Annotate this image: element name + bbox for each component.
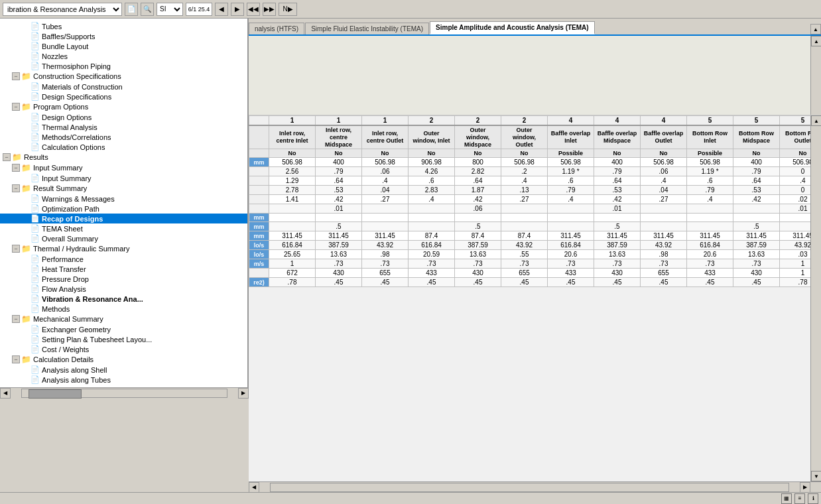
table-wrapper: 1112224445556Inlet row, centre InletInle…: [249, 115, 821, 481]
cell-8-1: 311.45: [316, 231, 362, 241]
tree-icon-overall-summary: 📄: [31, 234, 40, 243]
tree-item-heat-transfer[interactable]: 📄Heat Transfer: [0, 264, 247, 274]
table-scroll-right-btn[interactable]: ▶: [800, 482, 810, 493]
main-container: ibration & Resonance Analysis 📄 🔍 SI 6/1…: [0, 0, 821, 504]
tree-item-design-specs[interactable]: 📄Design Specifications: [0, 92, 247, 101]
tree-item-calculation-options[interactable]: 📄Calculation Options: [0, 142, 247, 152]
toolbar-btn-2[interactable]: 🔍: [141, 3, 154, 16]
tree-label-analysis-shell: Analysis along Shell: [42, 366, 107, 374]
expand-btn-input-summary-folder[interactable]: −: [12, 164, 20, 172]
tree-item-input-summary-folder[interactable]: −📁Input Summary: [0, 162, 247, 173]
tree-item-tubes[interactable]: 📄Tubes: [0, 21, 247, 31]
table-scroll-left-btn[interactable]: ◀: [249, 482, 259, 493]
tree-item-warnings-messages[interactable]: 📄Warnings & Messages: [0, 194, 247, 204]
list-icon[interactable]: ≡: [794, 493, 805, 504]
tree-icon-input-summary: 📄: [31, 174, 40, 182]
tree-label-calculation-details: Calculation Details: [33, 355, 94, 363]
tree-item-results[interactable]: −📁Results: [0, 152, 247, 162]
expand-btn-thermal-hydraulic-summary[interactable]: −: [12, 245, 20, 253]
expand-btn-mechanical-summary[interactable]: −: [12, 315, 20, 323]
cell-11-5: .73: [501, 259, 548, 269]
tree-scroll-left-btn[interactable]: ◀: [0, 388, 11, 399]
cell-13-5: .45: [501, 278, 548, 287]
analysis-dropdown[interactable]: ibration & Resonance Analysis: [3, 3, 122, 16]
tree-item-program-options[interactable]: −📁Program Options: [0, 101, 247, 112]
tree-icon-mechanical-summary: 📁: [21, 314, 31, 324]
tab-scroll-right-btn[interactable]: ▲: [810, 24, 821, 34]
preview-scroll-up-btn[interactable]: ▲: [811, 36, 821, 46]
tree-item-methods[interactable]: 📄Methods: [0, 304, 247, 314]
expand-btn-calculation-details[interactable]: −: [12, 355, 20, 363]
tree-h-thumb[interactable]: [29, 389, 82, 399]
tree-icon-vibration-resonance: 📄: [31, 294, 40, 303]
nav-n-btn[interactable]: N▶: [279, 3, 297, 16]
nav-back-back-btn[interactable]: ◀◀: [247, 3, 260, 16]
tree-item-nozzles[interactable]: 📄Nozzles: [0, 51, 247, 61]
nav-forward-forward-btn[interactable]: ▶▶: [263, 3, 276, 16]
h-scrollbar-track[interactable]: [270, 483, 789, 492]
tree-item-mechanical-summary[interactable]: −📁Mechanical Summary: [0, 314, 247, 324]
tree-icon-heat-transfer: 📄: [31, 265, 40, 273]
cell-13-0: .78: [269, 278, 316, 287]
tree-item-methods-correlations[interactable]: 📄Methods/Correlations: [0, 132, 247, 142]
tree-item-thermal-analysis[interactable]: 📄Thermal Analysis: [0, 122, 247, 132]
tree-item-overall-summary[interactable]: 📄Overall Summary: [0, 233, 247, 243]
tree-item-analysis-tubes[interactable]: 📄Analysis along Tubes: [0, 375, 247, 385]
tab-fluid-elastic[interactable]: Simple Fluid Elastic Instability (TEMA): [305, 23, 429, 34]
toolbar-btn-1[interactable]: 📄: [125, 3, 138, 16]
tree-icon-recap-of-designs: 📄: [31, 214, 40, 223]
tree-item-vibration-resonance[interactable]: 📄Vibration & Resonance Ana...: [0, 294, 247, 304]
tree-item-thermosiphon[interactable]: 📄Thermosiphon Piping: [0, 61, 247, 71]
tree-item-recap-of-designs[interactable]: 📄Recap of Designs: [0, 214, 247, 223]
tree-label-baffles-supports: Baffles/Supports: [42, 32, 95, 40]
table-row-0: mm506.98400506.98906.98800506.98506.9840…: [249, 158, 811, 167]
nav-back-btn[interactable]: ◀: [215, 3, 228, 16]
expand-btn-program-options[interactable]: −: [12, 103, 20, 111]
table-row-4: 1.41.42.27.4.42.27.4.42.27.4.42.021.4: [249, 195, 811, 204]
cell-6-3: [409, 214, 455, 222]
cell-11-3: .73: [409, 259, 455, 269]
table-scroll-down-btn[interactable]: ▼: [811, 471, 821, 481]
tree-item-result-summary-folder[interactable]: −📁Result Summary: [0, 183, 247, 194]
tab-amplitude-acoustic[interactable]: Simple Amplitude and Acoustic Analysis (…: [430, 21, 595, 34]
tree-item-input-summary[interactable]: 📄Input Summary: [0, 173, 247, 183]
tree-item-exchanger-geometry[interactable]: 📄Exchanger Geometry: [0, 324, 247, 334]
tree-label-setting-plan: Setting Plan & Tubesheet Layou...: [42, 336, 152, 344]
tree-item-setting-plan[interactable]: 📄Setting Plan & Tubesheet Layou...: [0, 334, 247, 344]
grid-icon[interactable]: ▦: [781, 493, 792, 504]
tree-item-design-options[interactable]: 📄Design Options: [0, 112, 247, 122]
tree-label-tema-sheet: TEMA Sheet: [42, 225, 83, 233]
tree-item-optimization-path[interactable]: 📄Optimization Path: [0, 204, 247, 214]
col-name-10: Bottom Row Inlet: [687, 125, 733, 149]
unit-dropdown[interactable]: SI: [157, 3, 183, 16]
tree-item-bundle-layout[interactable]: 📄Bundle Layout: [0, 41, 247, 51]
tree-item-tema-sheet[interactable]: 📄TEMA Sheet: [0, 223, 247, 233]
tree-item-calculation-details[interactable]: −📁Calculation Details: [0, 354, 247, 365]
table-scroll-up-btn[interactable]: ▲: [811, 115, 821, 126]
tree-icon-analysis-shell: 📄: [31, 365, 40, 374]
cell-3-0: 2.78: [269, 186, 316, 195]
tree-scroll-right-btn[interactable]: ▶: [238, 388, 249, 399]
nav-forward-btn[interactable]: ▶: [231, 3, 244, 16]
info-icon[interactable]: ℹ: [808, 493, 818, 504]
tree-icon-tema-sheet: 📄: [31, 224, 40, 233]
tab-htfs[interactable]: nalysis (HTFS): [249, 23, 304, 34]
expand-btn-construction-specs[interactable]: −: [12, 72, 20, 80]
tree-item-materials[interactable]: 📄Materials of Construction: [0, 82, 247, 92]
tree-item-flow-analysis[interactable]: 📄Flow Analysis: [0, 284, 247, 294]
col-yn-6: No: [501, 149, 548, 158]
table-scroll[interactable]: 1112224445556Inlet row, centre InletInle…: [249, 115, 810, 481]
tree-item-performance[interactable]: 📄Performance: [0, 254, 247, 264]
h-scrollbar-area: ◀ ▶: [249, 481, 821, 492]
tree-label-mechanical-summary: Mechanical Summary: [33, 315, 103, 323]
col-num-5: 2: [455, 116, 501, 126]
tree-panel: 📄Tubes📄Baffles/Supports📄Bundle Layout📄No…: [0, 19, 249, 387]
expand-btn-result-summary-folder[interactable]: −: [12, 184, 20, 192]
expand-btn-results[interactable]: −: [3, 153, 11, 161]
tree-item-baffles-supports[interactable]: 📄Baffles/Supports: [0, 31, 247, 41]
tree-item-pressure-drop[interactable]: 📄Pressure Drop: [0, 274, 247, 284]
tree-item-analysis-shell[interactable]: 📄Analysis along Shell: [0, 365, 247, 375]
tree-item-thermal-hydraulic-summary[interactable]: −📁Thermal / Hydraulic Summary: [0, 243, 247, 254]
tree-item-construction-specs[interactable]: −📁Construction Specifications: [0, 71, 247, 82]
tree-item-cost-weights[interactable]: 📄Cost / Weights: [0, 344, 247, 354]
